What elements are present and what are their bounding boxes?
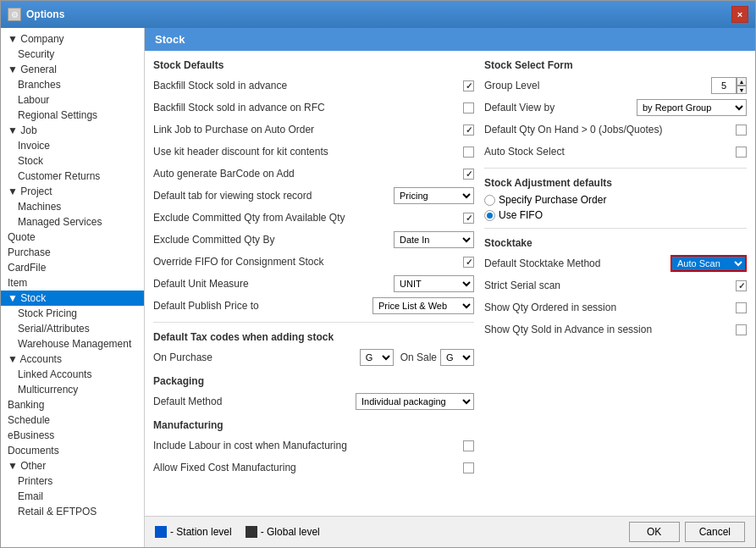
sidebar-item-quote[interactable]: Quote: [1, 230, 144, 245]
show-qty-ordered-checkbox[interactable]: [736, 302, 747, 313]
sidebar-item-documents[interactable]: Documents: [1, 443, 144, 458]
use-fifo-label: Use FIFO: [499, 209, 543, 221]
group-level-input[interactable]: [711, 77, 737, 94]
spinbox-up[interactable]: ▲: [737, 77, 747, 86]
auto-barcode-checkbox[interactable]: [463, 169, 474, 180]
sidebar-item-general[interactable]: ▼ General: [1, 62, 144, 77]
manufacturing-title: Manufacturing: [153, 419, 474, 431]
use-fifo-radio[interactable]: Use FIFO: [484, 209, 747, 221]
sidebar-item-project[interactable]: ▼ Project: [1, 184, 144, 199]
sidebar-item-banking[interactable]: Banking: [1, 397, 144, 412]
on-sale-select[interactable]: G: [440, 349, 474, 366]
sidebar-item-serial-attributes[interactable]: Serial/Attributes: [1, 321, 144, 336]
sidebar-item-machines[interactable]: Machines: [1, 199, 144, 214]
left-column: Stock Defaults Backfill Stock sold in ad…: [153, 59, 474, 507]
on-purchase-select[interactable]: G: [360, 349, 394, 366]
window-title: Options: [26, 8, 64, 20]
sidebar-item-cardfile[interactable]: CardFile: [1, 260, 144, 275]
default-unit-select[interactable]: UNIT EA: [394, 275, 474, 292]
default-tab-label: Default tab for viewing stock record: [153, 190, 394, 202]
override-fifo-checkbox[interactable]: [463, 257, 474, 268]
include-labour-row: Include Labour in cost when Manufacturin…: [153, 436, 474, 455]
auto-stock-checkbox[interactable]: [736, 147, 747, 158]
specify-po-radio-circle[interactable]: [484, 195, 495, 206]
allow-fixed-row: Allow Fixed Cost Manufacturing: [153, 458, 474, 477]
stock-select-title: Stock Select Form: [484, 59, 747, 71]
sidebar-item-multicurrency[interactable]: Multicurrency: [1, 382, 144, 397]
default-tab-select[interactable]: Pricing General Web: [394, 187, 474, 204]
sidebar-item-security[interactable]: Security: [1, 47, 144, 62]
allow-fixed-label: Allow Fixed Cost Manufacturing: [153, 462, 463, 473]
default-stocktake-label: Default Stocktake Method: [484, 257, 670, 269]
exclude-committed-label: Exclude Committed Qty from Available Qty: [153, 212, 463, 224]
exclude-by-select[interactable]: Date In Date Out: [394, 231, 474, 248]
default-qty-row: Default Qty On Hand > 0 (Jobs/Quotes): [484, 120, 747, 139]
default-qty-label: Default Qty On Hand > 0 (Jobs/Quotes): [484, 124, 736, 136]
global-level-legend: - Global level: [246, 526, 320, 538]
backfill-checkbox[interactable]: [463, 80, 474, 91]
default-unit-row: Default Unit Measure UNIT EA: [153, 274, 474, 293]
show-qty-sold-label: Show Qty Sold in Advance in session: [484, 324, 736, 335]
stocktake-title: Stocktake: [484, 237, 747, 249]
spinbox-buttons: ▲ ▼: [737, 77, 747, 94]
auto-stock-row: Auto Stock Select: [484, 142, 747, 161]
default-method-select[interactable]: Individual packaging Bulk packaging: [356, 393, 474, 410]
show-qty-sold-checkbox[interactable]: [736, 324, 747, 335]
exclude-committed-checkbox[interactable]: [463, 213, 474, 224]
default-stocktake-select[interactable]: Auto Scan Manual RF Gun: [670, 255, 747, 272]
sidebar-item-job[interactable]: ▼ Job: [1, 123, 144, 138]
sidebar-item-schedule[interactable]: Schedule: [1, 412, 144, 428]
sidebar-item-purchase[interactable]: Purchase: [1, 245, 144, 260]
sidebar-item-labour[interactable]: Labour: [1, 92, 144, 108]
sidebar-item-stock-pricing[interactable]: Stock Pricing: [1, 306, 144, 321]
exclude-by-label: Exclude Committed Qty By: [153, 234, 394, 246]
include-labour-checkbox[interactable]: [463, 440, 474, 451]
sidebar-item-invoice[interactable]: Invoice: [1, 138, 144, 153]
sidebar-item-stock[interactable]: ▼ Stock: [1, 291, 144, 306]
sidebar-item-other[interactable]: ▼ Other: [1, 458, 144, 473]
ok-button[interactable]: OK: [629, 522, 680, 542]
sidebar-item-stock-job[interactable]: Stock: [1, 153, 144, 169]
app-icon: ⚙: [8, 8, 21, 21]
sidebar-item-customer-returns[interactable]: Customer Returns: [1, 169, 144, 184]
kit-header-row: Use kit header discount for kit contents: [153, 142, 474, 161]
include-labour-label: Include Labour in cost when Manufacturin…: [153, 440, 463, 451]
auto-stock-label: Auto Stock Select: [484, 146, 736, 158]
show-qty-ordered-row: Show Qty Ordered in session: [484, 298, 747, 317]
cancel-button[interactable]: Cancel: [685, 522, 745, 542]
close-button[interactable]: ×: [731, 6, 748, 23]
backfill-rfc-row: Backfill Stock sold in advance on RFC: [153, 98, 474, 117]
default-qty-checkbox[interactable]: [736, 125, 747, 136]
sidebar-item-warehouse-management[interactable]: Warehouse Management: [1, 336, 144, 351]
kit-header-checkbox[interactable]: [463, 147, 474, 158]
sidebar-item-retail-eftpos[interactable]: Retail & EFTPOS: [1, 504, 144, 519]
strict-serial-checkbox[interactable]: [736, 280, 747, 291]
default-view-select[interactable]: by Report Group by Category: [637, 99, 747, 116]
override-fifo-row: Override FIFO for Consignment Stock: [153, 252, 474, 271]
default-publish-select[interactable]: Price List & Web Price List Only Web Onl…: [372, 297, 474, 314]
sidebar-item-branches[interactable]: Branches: [1, 77, 144, 92]
sidebar-item-accounts[interactable]: ▼ Accounts: [1, 351, 144, 367]
global-level-label: - Global level: [261, 526, 320, 538]
sidebar-item-company[interactable]: ▼ Company: [1, 31, 144, 47]
sidebar-item-printers[interactable]: Printers: [1, 473, 144, 489]
group-level-row: Group Level ▲ ▼: [484, 76, 747, 95]
sidebar-item-item[interactable]: Item: [1, 275, 144, 291]
allow-fixed-checkbox[interactable]: [463, 462, 474, 473]
link-job-checkbox[interactable]: [463, 125, 474, 136]
use-fifo-radio-circle[interactable]: [484, 210, 495, 221]
backfill-label: Backfill Stock sold in advance: [153, 80, 463, 91]
specify-po-radio[interactable]: Specify Purchase Order: [484, 194, 747, 206]
action-buttons: OK Cancel: [629, 522, 745, 542]
backfill-rfc-checkbox[interactable]: [463, 102, 474, 113]
default-view-label: Default View by: [484, 102, 637, 113]
sidebar-item-linked-accounts[interactable]: Linked Accounts: [1, 367, 144, 382]
spinbox-down[interactable]: ▼: [737, 86, 747, 94]
panel-content: Stock Defaults Backfill Stock sold in ad…: [145, 51, 755, 516]
link-job-label: Link Job to Purchase on Auto Order: [153, 124, 463, 136]
sidebar-item-email[interactable]: Email: [1, 489, 144, 504]
sidebar-item-regional-settings[interactable]: Regional Settings: [1, 108, 144, 123]
exclude-by-row: Exclude Committed Qty By Date In Date Ou…: [153, 230, 474, 249]
sidebar-item-ebusiness[interactable]: eBusiness: [1, 428, 144, 443]
sidebar-item-managed-services[interactable]: Managed Services: [1, 214, 144, 230]
